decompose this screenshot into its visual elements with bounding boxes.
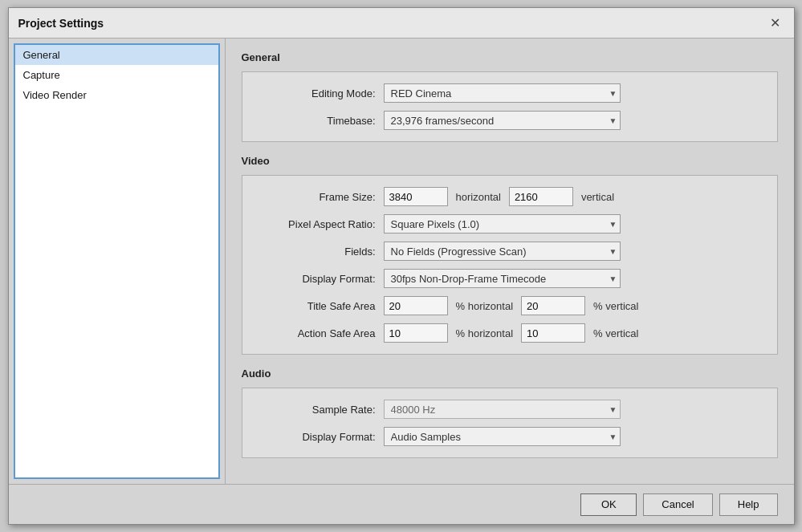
sidebar-item-general-label: General (23, 49, 60, 61)
fields-label: Fields: (255, 246, 384, 258)
timebase-select[interactable]: 23,976 frames/second (384, 111, 621, 130)
fields-select[interactable]: No Fields (Progressive Scan) (384, 242, 621, 261)
frame-size-v-unit: vertical (581, 191, 614, 203)
sidebar-list: General Capture Video Render (14, 43, 220, 479)
frame-size-h-unit: horizontal (456, 191, 501, 203)
dialog-title: Project Settings (18, 17, 104, 30)
main-content: General Editing Mode: RED Cinema ▼ (226, 39, 794, 484)
editing-mode-row: Editing Mode: RED Cinema ▼ (255, 83, 764, 103)
timebase-label: Timebase: (255, 115, 384, 127)
action-safe-h-input[interactable] (384, 323, 448, 343)
help-button[interactable]: Help (719, 493, 778, 516)
title-safe-label: Title Safe Area (255, 300, 384, 312)
title-safe-h-unit: % horizontal (456, 300, 514, 312)
ok-button[interactable]: OK (580, 493, 637, 516)
display-format-select-wrapper: 30fps Non-Drop-Frame Timecode ▼ (384, 269, 621, 288)
sidebar: General Capture Video Render (9, 39, 226, 484)
sidebar-item-video-render-label: Video Render (23, 89, 87, 101)
sample-rate-control: 48000 Hz ▼ (384, 400, 764, 419)
editing-mode-select-wrapper: RED Cinema ▼ (384, 83, 621, 103)
audio-section-title: Audio (242, 368, 778, 380)
frame-size-label: Frame Size: (255, 191, 384, 203)
title-safe-h-input[interactable] (384, 296, 448, 315)
action-safe-h-unit: % horizontal (456, 327, 514, 339)
pixel-aspect-row: Pixel Aspect Ratio: Square Pixels (1.0) … (255, 214, 764, 234)
general-section-box: Editing Mode: RED Cinema ▼ Timebase: (242, 71, 778, 142)
title-bar: Project Settings ✕ (9, 8, 794, 39)
pixel-aspect-control: Square Pixels (1.0) ▼ (384, 214, 764, 234)
frame-size-v-input[interactable] (509, 187, 573, 206)
general-section-title: General (242, 51, 778, 63)
action-safe-control: % horizontal % vertical (384, 323, 764, 343)
editing-mode-select[interactable]: RED Cinema (384, 83, 621, 103)
display-format-control: 30fps Non-Drop-Frame Timecode ▼ (384, 269, 764, 288)
audio-section-box: Sample Rate: 48000 Hz ▼ Display Format: (242, 388, 778, 458)
editing-mode-control: RED Cinema ▼ (384, 83, 764, 103)
timebase-select-wrapper: 23,976 frames/second ▼ (384, 111, 621, 130)
sample-rate-select[interactable]: 48000 Hz (384, 400, 621, 419)
frame-size-h-input[interactable] (384, 187, 448, 206)
display-format-label: Display Format: (255, 273, 384, 285)
dialog-body: General Capture Video Render General Edi… (9, 39, 794, 484)
audio-display-format-select[interactable]: Audio Samples Milliseconds (384, 427, 621, 446)
pixel-aspect-label: Pixel Aspect Ratio: (255, 218, 384, 230)
pixel-aspect-select[interactable]: Square Pixels (1.0) (384, 214, 621, 234)
sidebar-item-video-render[interactable]: Video Render (15, 85, 218, 105)
audio-display-format-label: Display Format: (255, 431, 384, 443)
sidebar-item-capture[interactable]: Capture (15, 65, 218, 85)
editing-mode-label: Editing Mode: (255, 87, 384, 99)
title-safe-control: % horizontal % vertical (384, 296, 764, 315)
fields-select-wrapper: No Fields (Progressive Scan) ▼ (384, 242, 621, 261)
action-safe-label: Action Safe Area (255, 327, 384, 339)
sidebar-item-capture-label: Capture (23, 69, 60, 81)
project-settings-dialog: Project Settings ✕ General Capture Video… (8, 7, 795, 525)
audio-display-format-row: Display Format: Audio Samples Millisecon… (255, 427, 764, 446)
audio-display-format-control: Audio Samples Milliseconds ▼ (384, 427, 764, 446)
sample-rate-select-wrapper: 48000 Hz ▼ (384, 400, 621, 419)
title-safe-row: Title Safe Area % horizontal % vertical (255, 296, 764, 315)
video-section-box: Frame Size: horizontal vertical Pixel As… (242, 175, 778, 355)
display-format-select[interactable]: 30fps Non-Drop-Frame Timecode (384, 269, 621, 288)
frame-size-row: Frame Size: horizontal vertical (255, 187, 764, 206)
sample-rate-row: Sample Rate: 48000 Hz ▼ (255, 400, 764, 419)
audio-display-format-select-wrapper: Audio Samples Milliseconds ▼ (384, 427, 621, 446)
title-safe-v-unit: % vertical (593, 300, 638, 312)
dialog-footer: OK Cancel Help (9, 484, 794, 524)
frame-size-control: horizontal vertical (384, 187, 764, 206)
fields-row: Fields: No Fields (Progressive Scan) ▼ (255, 242, 764, 261)
pixel-aspect-select-wrapper: Square Pixels (1.0) ▼ (384, 214, 621, 234)
video-section-title: Video (242, 155, 778, 167)
display-format-row: Display Format: 30fps Non-Drop-Frame Tim… (255, 269, 764, 288)
action-safe-v-input[interactable] (521, 323, 585, 343)
fields-control: No Fields (Progressive Scan) ▼ (384, 242, 764, 261)
timebase-control: 23,976 frames/second ▼ (384, 111, 764, 130)
cancel-button[interactable]: Cancel (643, 493, 712, 516)
title-safe-v-input[interactable] (521, 296, 585, 315)
close-button[interactable]: ✕ (767, 14, 784, 32)
action-safe-row: Action Safe Area % horizontal % vertical (255, 323, 764, 343)
timebase-row: Timebase: 23,976 frames/second ▼ (255, 111, 764, 130)
sample-rate-label: Sample Rate: (255, 404, 384, 416)
sidebar-item-general[interactable]: General (15, 45, 218, 65)
action-safe-v-unit: % vertical (593, 327, 638, 339)
